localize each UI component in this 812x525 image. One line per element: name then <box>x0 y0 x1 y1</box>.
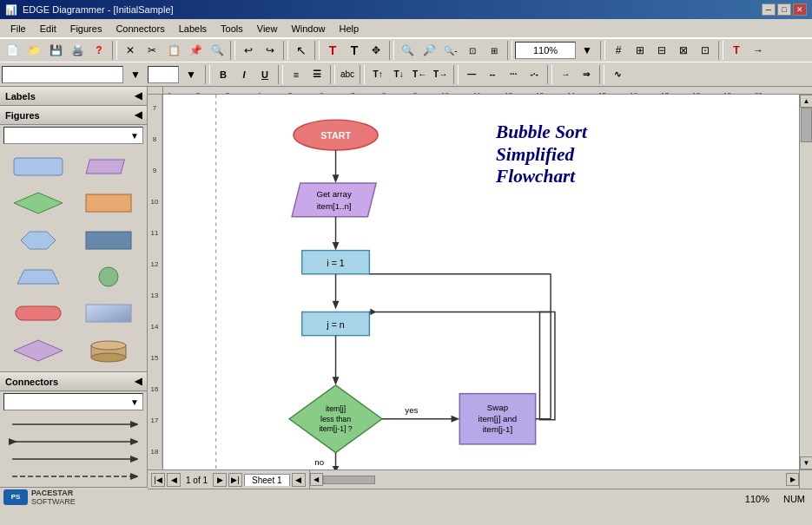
find-button[interactable]: 🔍 <box>207 41 228 60</box>
menu-figures[interactable]: Figures <box>63 22 109 36</box>
menu-view[interactable]: View <box>250 22 285 36</box>
scroll-down-button[interactable]: ▼ <box>800 456 812 469</box>
menu-edit[interactable]: Edit <box>33 22 63 36</box>
italic-button[interactable]: I <box>234 66 254 83</box>
shape-pill-red[interactable] <box>5 298 71 329</box>
grid-button[interactable]: # <box>608 41 629 60</box>
figures-header[interactable]: Figures ◀ <box>0 106 147 125</box>
shape-gradient-blue[interactable] <box>76 298 142 329</box>
zoom-out1-button[interactable]: 🔎 <box>419 41 439 60</box>
text-button2[interactable]: T <box>344 41 365 60</box>
undo-button[interactable]: ↩ <box>238 41 259 60</box>
scroll-thumb-v[interactable] <box>801 108 812 142</box>
font-name-box[interactable] <box>2 66 123 83</box>
text-pos1[interactable]: T↑ <box>368 66 387 83</box>
shape-rounded-rect-blue[interactable] <box>5 151 71 182</box>
minimize-button[interactable]: ─ <box>762 3 776 16</box>
zoom-value[interactable]: 110% <box>515 42 576 59</box>
delete-button[interactable]: ✕ <box>120 41 141 60</box>
menu-file[interactable]: File <box>3 22 33 36</box>
shape-diamond-green[interactable] <box>5 187 71 219</box>
help-button[interactable]: ? <box>89 41 109 60</box>
shape-parallelogram-purple[interactable] <box>76 151 142 182</box>
curve-style[interactable]: ∿ <box>608 66 627 83</box>
connector-1[interactable] <box>5 416 142 433</box>
menu-tools[interactable]: Tools <box>214 22 250 36</box>
scroll-track-h[interactable] <box>323 475 786 485</box>
font-name-dropdown[interactable]: ▼ <box>125 65 146 84</box>
nav-next-button[interactable]: ▶ <box>213 473 227 487</box>
zoom-dropdown[interactable]: ▼ <box>577 41 597 60</box>
window-title: EDGE Diagrammer - [InitialSample] <box>23 4 174 15</box>
select-button[interactable]: ↖ <box>291 41 312 60</box>
line-style2[interactable]: -- <box>483 66 502 83</box>
text-pos3[interactable]: T← <box>410 66 429 83</box>
connectors-header[interactable]: Connectors ◀ <box>0 372 147 391</box>
nav-last-button[interactable]: ▶| <box>228 473 242 487</box>
nav-prev-button[interactable]: ◀ <box>167 473 181 487</box>
maximize-button[interactable]: □ <box>777 3 791 16</box>
shape-diamond-purple[interactable] <box>5 335 71 366</box>
text-button1[interactable]: T <box>322 41 343 60</box>
connector-4[interactable] <box>5 468 142 485</box>
font-size-dropdown[interactable]: ▼ <box>181 65 201 84</box>
scroll-right-button[interactable]: ▶ <box>786 473 799 486</box>
underline-button[interactable]: U <box>255 66 274 83</box>
nav-first-button[interactable]: |◀ <box>151 473 165 487</box>
shape-cylinder[interactable] <box>76 335 142 366</box>
align-center-button[interactable]: ☰ <box>307 66 327 83</box>
drawing-canvas[interactable]: Bubble Sort Simplified Flowchart START G… <box>163 95 799 469</box>
redo-button[interactable]: ↪ <box>260 41 281 60</box>
line-style3[interactable]: ··· <box>504 66 523 83</box>
align2-button[interactable]: ⊟ <box>651 41 672 60</box>
move-button[interactable]: ✥ <box>366 41 386 60</box>
line-style1[interactable]: — <box>462 66 481 83</box>
vertical-scrollbar[interactable]: ▲ ▼ <box>799 95 812 469</box>
scroll-thumb-h[interactable] <box>323 476 375 484</box>
menu-window[interactable]: Window <box>284 22 332 36</box>
scroll-up-button[interactable]: ▲ <box>800 95 812 108</box>
zoom-actual-button[interactable]: ⊞ <box>484 41 505 60</box>
save-button[interactable]: 💾 <box>45 41 66 60</box>
sheet-tab[interactable]: Sheet 1 <box>244 474 289 486</box>
align1-button[interactable]: ⊞ <box>630 41 650 60</box>
line-style4[interactable]: -·- <box>525 66 544 83</box>
nav-scroll-left[interactable]: ◀ <box>292 473 306 487</box>
shape-rect-orange[interactable] <box>76 187 142 219</box>
text-pos2[interactable]: T↓ <box>389 66 408 83</box>
align-left-button[interactable]: ≡ <box>287 66 306 83</box>
arrow-style1[interactable]: → <box>556 66 575 83</box>
bold-button[interactable]: B <box>214 66 233 83</box>
zoom-out2-button[interactable]: 🔍- <box>440 41 461 60</box>
arrow-button[interactable]: → <box>748 41 769 60</box>
horizontal-scrollbar[interactable]: ◀ ▶ <box>309 470 799 489</box>
open-button[interactable]: 📁 <box>23 41 44 60</box>
figures-dropdown[interactable]: ▼ <box>3 127 143 144</box>
align4-button[interactable]: ⊡ <box>695 41 716 60</box>
font-size-box[interactable] <box>148 66 179 83</box>
close-button[interactable]: ✕ <box>793 3 807 16</box>
paste-button[interactable]: 📌 <box>185 41 206 60</box>
align3-button[interactable]: ⊠ <box>673 41 694 60</box>
shape-hexagon-blue[interactable] <box>5 225 71 256</box>
zoom-in-button[interactable]: 🔍 <box>397 41 418 60</box>
text-style-button[interactable]: T <box>726 41 747 60</box>
print-button[interactable]: 🖨️ <box>67 41 88 60</box>
text-pos4[interactable]: T→ <box>431 66 450 83</box>
connectors-dropdown[interactable]: ▼ <box>3 393 143 410</box>
copy-button[interactable]: 📋 <box>163 41 184 60</box>
connector-3[interactable] <box>5 450 142 468</box>
new-button[interactable]: 📄 <box>2 41 23 60</box>
zoom-fit-button[interactable]: ⊡ <box>462 41 483 60</box>
scroll-left-button[interactable]: ◀ <box>310 473 323 486</box>
connector-2[interactable] <box>5 433 142 450</box>
arrow-style2[interactable]: ⇒ <box>577 66 596 83</box>
menu-labels[interactable]: Labels <box>172 22 214 36</box>
shape-trapezoid-blue[interactable] <box>5 261 71 292</box>
menu-connectors[interactable]: Connectors <box>109 22 171 36</box>
shape-rect-dark-blue[interactable] <box>76 225 142 256</box>
shape-circle-green[interactable] <box>76 261 142 292</box>
menu-help[interactable]: Help <box>333 22 366 36</box>
cut-button[interactable]: ✂ <box>142 41 162 60</box>
scroll-track-v[interactable] <box>800 108 812 456</box>
